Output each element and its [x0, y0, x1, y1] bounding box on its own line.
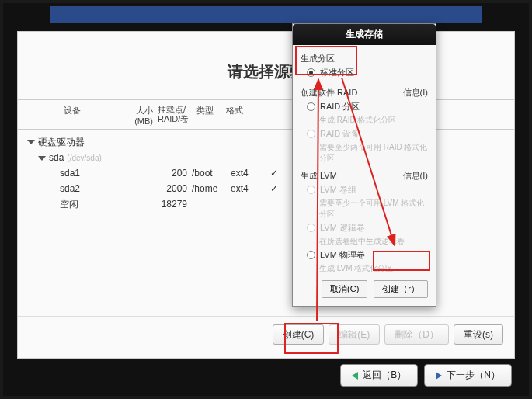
radio-icon	[307, 102, 315, 111]
radio-standard-partition[interactable]: 标准分区	[301, 64, 428, 81]
next-button[interactable]: 下一步（N）	[424, 364, 512, 387]
col-size: 大小 (MB)	[119, 105, 153, 126]
edit-button[interactable]: 编辑(E)	[329, 324, 380, 345]
back-button[interactable]: 返回（B）	[340, 364, 418, 387]
reset-button[interactable]: 重设(s)	[454, 324, 503, 345]
hint-text: 在所选卷组中生成逻辑卷	[301, 236, 428, 247]
check-icon	[260, 168, 288, 179]
info-link[interactable]: 信息(I)	[403, 87, 428, 99]
expand-icon[interactable]	[38, 156, 46, 161]
page-title: 请选择源驱	[18, 61, 514, 82]
banner	[50, 6, 482, 23]
radio-lvm-vg: LVM 卷组	[301, 182, 428, 198]
radio-icon	[307, 186, 315, 194]
radio-raid-device: RAID 设备	[301, 126, 428, 142]
dialog-create-button[interactable]: 创建（r）	[374, 280, 428, 298]
table-header: 设备 大小 (MB) 挂载点/ RAID/卷 类型 格式	[18, 100, 514, 130]
dialog-title: 生成存储	[293, 24, 436, 45]
delete-button[interactable]: 删除（D）	[384, 324, 449, 345]
arrow-right-icon	[436, 372, 442, 380]
button-bar: 创建(C) 编辑(E) 删除（D） 重设(s)	[18, 316, 514, 349]
col-format: 格式	[226, 105, 254, 126]
col-device: 设备	[26, 105, 119, 126]
radio-icon	[307, 251, 315, 259]
expand-icon[interactable]	[27, 140, 35, 144]
radio-icon	[307, 224, 315, 232]
hint-text: 生成 RAID 格式化分区	[301, 115, 428, 126]
device-tree: 硬盘驱动器 sda(/dev/sda) sda1 200 /boot ext4 …	[18, 130, 514, 212]
section-partition: 生成分区	[301, 53, 428, 64]
check-icon	[260, 183, 288, 194]
arrow-left-icon	[352, 372, 358, 380]
dialog-cancel-button[interactable]: 取消(C)	[322, 280, 367, 298]
nav-bar: 返回（B） 下一步（N）	[340, 364, 512, 387]
section-lvm: 生成 LVM 信息(I)	[301, 170, 428, 182]
radio-raid-partition[interactable]: RAID 分区	[301, 99, 428, 115]
tree-disk[interactable]: sda(/dev/sda)	[27, 150, 514, 165]
section-raid: 创建软件 RAID 信息(I)	[301, 87, 428, 99]
table-row[interactable]: sda2 2000 /home ext4	[27, 181, 514, 196]
col-mount: 挂载点/ RAID/卷	[153, 105, 196, 126]
radio-lvm-lv: LVM 逻辑卷	[301, 220, 428, 236]
hint-text: 需要至少一个可用 LVM 格式化分区	[301, 198, 428, 220]
radio-icon	[307, 130, 315, 138]
radio-lvm-pv[interactable]: LVM 物理卷	[301, 247, 428, 263]
main-panel: 请选择源驱 设备 大小 (MB) 挂载点/ RAID/卷 类型 格式 硬盘驱动器…	[17, 31, 515, 359]
info-link[interactable]: 信息(I)	[403, 170, 428, 182]
hint-text: 生成 LVM 格式化分区	[301, 263, 428, 274]
table-row[interactable]: 空闲 18279	[27, 196, 514, 212]
table-row[interactable]: sda1 200 /boot ext4	[27, 165, 514, 181]
create-button[interactable]: 创建(C)	[273, 324, 325, 345]
hint-text: 需要至少两个可用 RAID 格式化分区	[301, 142, 428, 164]
radio-icon	[307, 68, 315, 77]
create-storage-dialog: 生成存储 生成分区 标准分区 创建软件 RAID 信息(I) RAID 分区 生…	[292, 23, 436, 307]
col-type: 类型	[196, 105, 226, 126]
tree-group[interactable]: 硬盘驱动器	[27, 134, 514, 150]
